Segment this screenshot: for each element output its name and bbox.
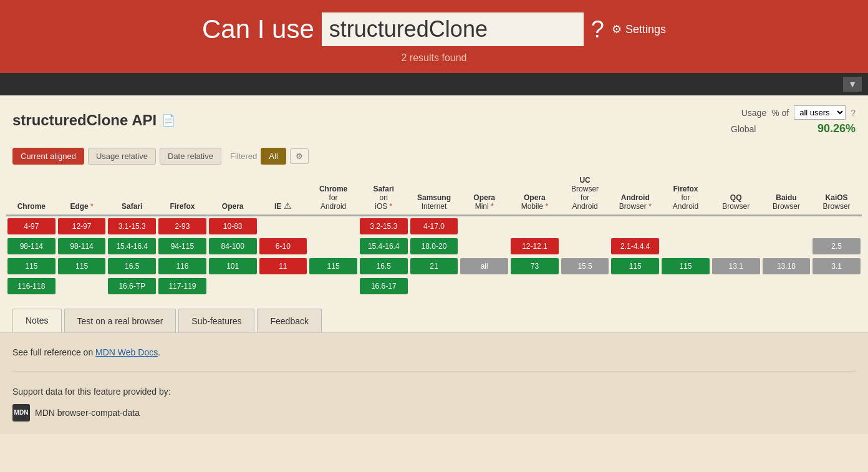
cell-2-1: 115: [57, 256, 107, 276]
version-badge-2-13[interactable]: 115: [662, 258, 710, 274]
version-row-0: 4-9712-973.1-15.32-9310-833.2-15.34-17.0: [6, 216, 862, 237]
version-badge-2-16[interactable]: 3.1: [813, 258, 861, 274]
cell-1-15: [761, 236, 812, 256]
version-badge-2-6[interactable]: 115: [309, 258, 357, 274]
cell-2-9: all: [459, 256, 509, 276]
browser-header-kaios: KaiOSBrowser: [811, 173, 862, 216]
browser-header-opera_mobile: OperaMobile *: [509, 173, 560, 216]
cell-3-2: 16.6-TP: [107, 276, 157, 296]
doc-icon[interactable]: 📄: [162, 113, 175, 127]
version-row-3: 116-11816.6-TP117-11916.6-17: [6, 276, 862, 296]
version-badge-2-12[interactable]: 115: [611, 258, 659, 274]
version-badge-0-2[interactable]: 3.1-15.3: [108, 218, 156, 234]
version-badge-0-8[interactable]: 4-17.0: [410, 218, 458, 234]
version-badge-2-9[interactable]: all: [460, 258, 508, 274]
version-badge-2-10[interactable]: 73: [511, 258, 559, 274]
browser-header-opera_mini: OperaMini *: [459, 173, 509, 216]
version-badge-1-16[interactable]: 2.5: [813, 238, 861, 254]
cell-2-12: 115: [610, 256, 660, 276]
support-table-wrapper: ChromeEdge *SafariFirefoxOperaIE ⚠Chrome…: [0, 173, 868, 302]
version-badge-1-7[interactable]: 15.4-16.4: [360, 238, 408, 254]
version-badge-0-1[interactable]: 12-97: [58, 218, 106, 234]
version-badge-2-2[interactable]: 16.5: [108, 258, 156, 274]
version-badge-2-1[interactable]: 115: [58, 258, 106, 274]
results-found: 2 results found: [0, 52, 868, 64]
version-badge-2-5[interactable]: 11: [259, 258, 307, 274]
cell-3-10: [509, 276, 560, 296]
cell-1-1: 98-114: [57, 236, 107, 256]
version-badge-2-4[interactable]: 101: [209, 258, 257, 274]
search-input[interactable]: [322, 12, 584, 46]
browser-header-opera: Opera: [208, 173, 258, 216]
cell-3-16: [811, 276, 862, 296]
version-badge-3-0[interactable]: 116-118: [7, 278, 55, 294]
all-button[interactable]: All: [261, 148, 286, 165]
cell-3-12: [610, 276, 660, 296]
table-settings-button[interactable]: ⚙: [290, 148, 309, 164]
tab-notes[interactable]: Notes: [12, 309, 62, 332]
version-badge-2-8[interactable]: 21: [410, 258, 458, 274]
tab-test-real-browser[interactable]: Test on a real browser: [64, 309, 176, 332]
cell-2-10: 73: [509, 256, 560, 276]
mdn-compat-label: MDN browser-compat-data: [35, 406, 140, 420]
version-badge-0-4[interactable]: 10-83: [209, 218, 257, 234]
cell-2-4: 101: [208, 256, 258, 276]
browser-header-baidu: BaiduBrowser: [761, 173, 812, 216]
version-badge-1-4[interactable]: 84-100: [209, 238, 257, 254]
api-title-row: structuredClone API 📄 Usage % of all use…: [0, 95, 868, 142]
version-badge-3-3[interactable]: 117-119: [158, 278, 206, 294]
cell-1-3: 94-115: [157, 236, 208, 256]
version-badge-0-0[interactable]: 4-97: [7, 218, 55, 234]
usage-row: Usage % of all users my users ?: [741, 105, 856, 120]
version-badge-1-5[interactable]: 6-10: [259, 238, 307, 254]
users-select[interactable]: all users my users: [794, 105, 846, 120]
current-aligned-button[interactable]: Current aligned: [12, 148, 84, 165]
cell-0-0: 4-97: [6, 216, 57, 237]
version-badge-1-1[interactable]: 98-114: [58, 238, 106, 254]
cell-3-3: 117-119: [157, 276, 208, 296]
usage-relative-button[interactable]: Usage relative: [88, 148, 156, 165]
dark-bar: ▼: [0, 73, 868, 95]
version-badge-3-2[interactable]: 16.6-TP: [108, 278, 156, 294]
tab-sub-features[interactable]: Sub-features: [178, 309, 254, 332]
tab-feedback[interactable]: Feedback: [257, 309, 321, 332]
version-badge-1-8[interactable]: 18.0-20: [410, 238, 458, 254]
version-badge-2-0[interactable]: 115: [7, 258, 55, 274]
cell-1-5: 6-10: [258, 236, 309, 256]
cell-3-0: 116-118: [6, 276, 57, 296]
browser-header-uc: UCBrowserforAndroid: [560, 173, 610, 216]
filter-row: Current aligned Usage relative Date rela…: [0, 142, 868, 173]
version-badge-2-15[interactable]: 13.18: [763, 258, 811, 274]
question-icon[interactable]: ?: [591, 16, 604, 43]
version-badge-0-3[interactable]: 2-93: [158, 218, 206, 234]
cell-0-16: [811, 216, 862, 237]
cell-1-9: [459, 236, 509, 256]
date-relative-button[interactable]: Date relative: [160, 148, 221, 165]
usage-help-icon[interactable]: ?: [851, 108, 856, 118]
mdn-web-docs-link[interactable]: MDN Web Docs: [95, 347, 158, 357]
cell-0-2: 3.1-15.3: [107, 216, 157, 237]
cell-1-10: 12-12.1: [509, 236, 560, 256]
version-badge-2-11[interactable]: 15.5: [561, 258, 609, 274]
cell-0-15: [761, 216, 812, 237]
version-badge-2-7[interactable]: 16.5: [360, 258, 408, 274]
version-badge-3-7[interactable]: 16.6-17: [360, 278, 408, 294]
version-badge-1-3[interactable]: 94-115: [158, 238, 206, 254]
version-badge-1-12[interactable]: 2.1-4.4.4: [611, 238, 659, 254]
version-badge-1-2[interactable]: 15.4-16.4: [108, 238, 156, 254]
support-text: Support data for this feature provided b…: [12, 385, 856, 398]
version-badge-0-7[interactable]: 3.2-15.3: [360, 218, 408, 234]
version-badge-1-10[interactable]: 12-12.1: [511, 238, 559, 254]
cell-0-4: 10-83: [208, 216, 258, 237]
version-badge-2-14[interactable]: 13.1: [712, 258, 760, 274]
filter-button[interactable]: ▼: [843, 77, 862, 92]
mdn-period: .: [158, 347, 160, 357]
api-title-left: structuredClone API 📄: [12, 112, 175, 129]
settings-link[interactable]: ⚙ Settings: [612, 22, 666, 36]
version-badge-2-3[interactable]: 116: [158, 258, 206, 274]
browser-header-row: ChromeEdge *SafariFirefoxOperaIE ⚠Chrome…: [6, 173, 862, 216]
main-content: structuredClone API 📄 Usage % of all use…: [0, 95, 868, 434]
version-badge-1-0[interactable]: 98-114: [7, 238, 55, 254]
cell-2-0: 115: [6, 256, 57, 276]
cell-3-11: [560, 276, 610, 296]
